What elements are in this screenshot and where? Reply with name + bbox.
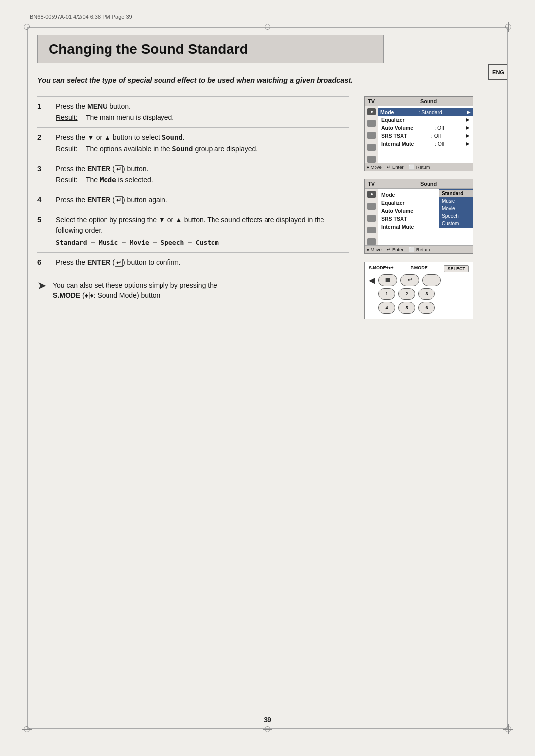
tv-screen1-footer: ♦ Move ↵ Enter ⬜ Return	[365, 163, 473, 171]
step-content-1: Press the MENU button. Result: The main …	[56, 101, 349, 123]
dropdown-item-movie: Movie	[439, 205, 473, 212]
dropdown-item-music: Music	[439, 197, 473, 205]
dropdown-item-speech: Speech	[439, 212, 473, 220]
remote-key-6[interactable]: 6	[418, 302, 435, 314]
print-line: BN68-00597A-01 4/2/04 6:38 PM Page 39	[30, 14, 132, 20]
result-label-3: Result:	[56, 175, 80, 185]
step-3: 3 Press the ENTER (↵) button. Result: Th…	[37, 159, 349, 190]
remote-key-4[interactable]: 4	[378, 302, 395, 314]
tv-screen2-header-left: TV	[365, 179, 384, 188]
remote-select-btn[interactable]: SELECT	[444, 265, 469, 272]
tv-icon2-5	[367, 238, 376, 245]
tv-icon-5	[367, 156, 376, 163]
page-title: Changing the Sound Standard	[49, 41, 373, 57]
page-number: 39	[264, 716, 271, 724]
remote-key-blank[interactable]	[422, 274, 441, 286]
tv-screen-1: TV Sound Mode	[364, 96, 473, 171]
remote-key-3[interactable]: 3	[418, 288, 435, 300]
remote-key-2[interactable]: 2	[398, 288, 415, 300]
step-number-3: 3	[37, 164, 48, 173]
title-box: Changing the Sound Standard	[37, 35, 384, 63]
border-left	[27, 27, 28, 729]
dropdown-item-standard: Standard	[439, 190, 473, 197]
tv-screen-2: TV Sound Mode	[364, 179, 473, 254]
intro-text: You can select the type of special sound…	[37, 75, 374, 86]
result-text-3: The Mode is selected.	[86, 175, 153, 185]
border-right	[507, 27, 508, 729]
remote-row-3: 4 5 6	[369, 302, 469, 314]
step-number-2: 2	[37, 132, 48, 141]
remote-key-enter[interactable]: ↵	[400, 274, 419, 286]
result-label-2: Result:	[56, 144, 80, 154]
remote-panel: S.MODE+♦+ P.MODE SELECT ◀ ⬛ ↵ 1 2	[364, 262, 473, 319]
tv-screen2-body: Mode : Equalizer Auto Volume :	[365, 189, 473, 245]
crosshair-topleft	[22, 22, 32, 32]
step-content-6: Press the ENTER (↵) button to confirm.	[56, 257, 349, 268]
step-4: 4 Press the ENTER (↵) button again.	[37, 190, 349, 210]
tv-screen1-header-right: Sound	[384, 97, 473, 106]
tip-arrow-icon: ➤	[37, 280, 46, 291]
tv-icon2-2	[367, 203, 376, 210]
remote-row-1: ◀ ⬛ ↵	[369, 274, 469, 286]
dropdown-item-custom: Custom	[439, 220, 473, 227]
tv-screen2-sidebar	[365, 189, 378, 245]
step-content-4: Press the ENTER (↵) button again.	[56, 195, 349, 205]
step-content-5: Select the option by pressing the ▼ or ▲…	[56, 215, 349, 248]
tv-screen2-header-right: Sound	[384, 179, 473, 188]
tv-icon2-1	[367, 191, 376, 198]
tv-icon2-4	[367, 227, 376, 233]
remote-row-2: 1 2 3	[369, 288, 469, 300]
step-number-4: 4	[37, 195, 48, 204]
tv-menu-row-autovolume: Auto Volume : Off ▶	[381, 124, 470, 132]
result-label-1: Result:	[56, 113, 80, 123]
tip-row: ➤ You can also set these options simply …	[37, 280, 349, 301]
crosshair-bottomcenter	[263, 724, 272, 734]
crosshair-bottomleft	[22, 724, 32, 734]
tv-screen1-header-left: TV	[365, 97, 384, 106]
step-content-2: Press the ▼ or ▲ button to select Sound.…	[56, 132, 349, 154]
remote-key-1[interactable]: 1	[378, 288, 395, 300]
tv-icon-2	[367, 120, 376, 127]
tip-text: You can also set these options simply by…	[53, 280, 217, 301]
step-number-6: 6	[37, 257, 48, 266]
tv-screen2-header: TV Sound	[365, 179, 473, 189]
tv-icon-1	[367, 108, 376, 115]
crosshair-topright	[503, 22, 513, 32]
crosshair-bottomright	[503, 724, 513, 734]
tv-screen1-menu: Mode : Standard ▶ Equalizer ▶ Auto Volum…	[378, 106, 473, 163]
step-1: 1 Press the MENU button. Result: The mai…	[37, 96, 349, 127]
dropdown-menu: Standard Music Movie Speech Custom	[439, 189, 473, 228]
step-5: 5 Select the option by pressing the ▼ or…	[37, 210, 349, 252]
step-2: 2 Press the ▼ or ▲ button to select Soun…	[37, 127, 349, 159]
tv-screen2-footer: ♦ Move ↵ Enter ⬜ Return	[365, 245, 473, 253]
step-6: 6 Press the ENTER (↵) button to confirm.	[37, 252, 349, 272]
tv-icon-4	[367, 144, 376, 151]
instructions-panel: 1 Press the MENU button. Result: The mai…	[37, 96, 349, 319]
remote-pmode-label: P.MODE	[410, 265, 427, 272]
remote-left-arrow: ◀	[369, 275, 375, 286]
remote-smode-label: S.MODE+♦+	[369, 265, 394, 272]
result-text-2: The options available in the Sound group…	[86, 144, 258, 154]
step-content-3: Press the ENTER (↵) button. Result: The …	[56, 164, 349, 185]
tv-screen1-header: TV Sound	[365, 97, 473, 106]
step-number-1: 1	[37, 101, 48, 110]
tv-screen1-sidebar	[365, 106, 378, 163]
tv-icon-3	[367, 132, 376, 139]
remote-key-5[interactable]: 5	[398, 302, 415, 314]
result-text-1: The main menu is displayed.	[86, 113, 174, 123]
remote-key-smode[interactable]: ⬛	[378, 274, 397, 286]
tv-menu-row-mode: Mode : Standard ▶	[378, 108, 473, 116]
tv-screen2-menu: Mode : Equalizer Auto Volume :	[378, 189, 473, 245]
tv-icon2-3	[367, 215, 376, 222]
step-number-5: 5	[37, 215, 48, 224]
crosshair-topcenter	[263, 22, 272, 32]
right-column: TV Sound Mode	[364, 96, 473, 319]
tv-menu-row-mute: Internal Mute : Off ▶	[381, 140, 470, 148]
tv-menu-row-srs: SRS TSXT : Off ▶	[381, 132, 470, 140]
tv-screen1-body: Mode : Standard ▶ Equalizer ▶ Auto Volum…	[365, 106, 473, 163]
tv-menu-row-equalizer: Equalizer ▶	[381, 116, 470, 124]
remote-header: S.MODE+♦+ P.MODE SELECT	[369, 265, 469, 272]
